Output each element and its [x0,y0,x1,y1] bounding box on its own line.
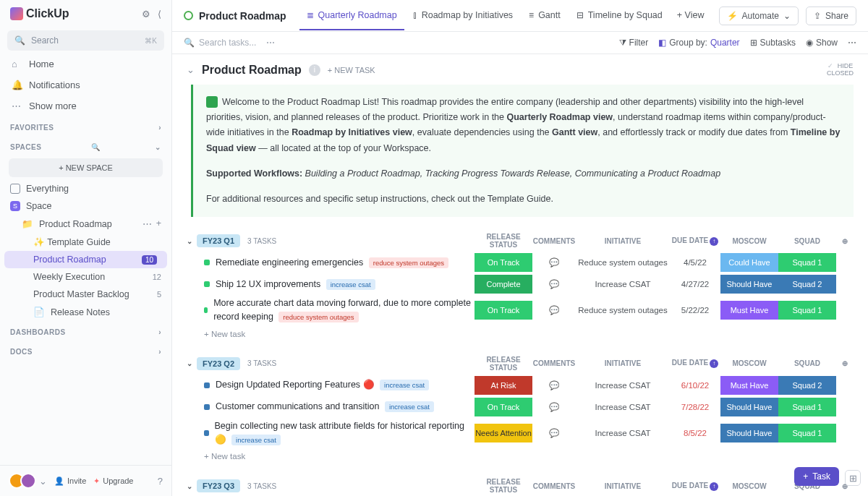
status-dot[interactable] [204,382,210,388]
info-icon[interactable]: i [309,64,320,76]
col-release[interactable]: RELEASE STATUS [475,478,532,494]
due-date-cell[interactable]: 5/22/22 [670,306,720,315]
col-due[interactable]: DUE DATE↑ [670,236,720,246]
col-moscow[interactable]: MOSCOW [720,237,778,245]
tree-release-notes[interactable]: 📄Release Notes [0,303,171,321]
task-tag[interactable]: reduce system outages [369,257,448,268]
share-button[interactable]: ⇪Share [806,7,856,25]
moscow-cell[interactable]: Should Have [720,398,778,416]
settings-icon[interactable]: ⚙ [142,9,150,20]
brand-logo[interactable]: ClickUp [10,7,69,20]
add-icon[interactable]: + [156,218,161,229]
collapse-icon[interactable]: ⌄ [187,64,195,75]
moscow-cell[interactable]: Should Have [720,275,778,294]
invite-link[interactable]: 👤Invite [54,476,86,486]
group-name-pill[interactable]: FY23 Q1 [197,234,240,247]
nav-home[interactable]: ⌂Home [0,54,171,74]
task-row[interactable]: Design Updated Reporting Features 🔴 incr… [187,375,854,396]
task-tag[interactable]: increase csat [231,435,281,445]
group-by-button[interactable]: ◧Group by: Quarter [658,38,739,48]
task-tag[interactable]: increase csat [326,279,375,290]
nav-notifications[interactable]: 🔔Notifications [0,74,171,95]
release-status-cell[interactable]: On Track [475,301,532,320]
release-status-cell[interactable]: On Track [475,253,532,272]
col-initiative[interactable]: INITIATIVE [576,482,670,490]
task-name[interactable]: Customer communications and transition i… [216,400,434,414]
view-tab-quarterly-roadmap[interactable]: ≣Quarterly Roadmap [299,1,404,30]
view-tab-gantt[interactable]: ≡Gantt [522,1,568,30]
task-tag[interactable]: reduce system outages [278,312,358,322]
status-dot[interactable] [204,307,208,313]
status-dot[interactable] [204,404,210,410]
squad-cell[interactable]: Squad 1 [778,398,836,416]
list-title[interactable]: Product Roadmap [202,64,302,77]
new-task-row[interactable]: + New task [187,325,854,343]
due-date-cell[interactable]: 6/10/22 [670,381,720,390]
task-tag[interactable]: increase csat [380,380,429,390]
subtasks-button[interactable]: ⊞Subtasks [750,38,796,48]
initiative-cell[interactable]: Increase CSAT [576,403,670,411]
task-row[interactable]: Ship 12 UX improvements increase csat Co… [187,273,854,295]
chevron-down-icon[interactable]: ⌄ [187,359,192,367]
release-status-cell[interactable]: Complete [475,275,532,294]
col-moscow[interactable]: MOSCOW [720,482,778,490]
docs-header[interactable]: DOCS› [0,341,171,360]
avatar-stack[interactable] [9,473,32,489]
col-initiative[interactable]: INITIATIVE [576,237,670,245]
tree-weekly-execution[interactable]: Weekly Execution12 [0,268,171,286]
task-name[interactable]: Ship 12 UX improvements increase csat [216,278,375,291]
new-space-button[interactable]: + NEW SPACE [9,158,163,177]
help-icon[interactable]: ? [158,476,163,487]
squad-cell[interactable]: Squad 1 [778,424,836,442]
view-tab-timeline-by-squad[interactable]: ⊟Timeline by Squad [569,1,670,30]
search-icon[interactable]: 🔍 [91,143,101,151]
view-tab-roadmap-by-initiatives[interactable]: ⫿Roadmap by Initiatives [406,1,520,30]
task-row[interactable]: More accurate chart data moving forward,… [187,295,854,325]
automate-button[interactable]: ⚡Automate⌄ [719,7,799,25]
breadcrumb[interactable]: Product Roadmap [184,10,286,22]
new-task-fab[interactable]: +Task [794,467,839,486]
due-date-cell[interactable]: 8/5/22 [670,429,720,437]
col-initiative[interactable]: INITIATIVE [576,359,670,367]
collapse-sidebar-icon[interactable]: ⟨ [158,9,161,20]
col-due[interactable]: DUE DATE↑ [670,359,720,368]
due-date-cell[interactable]: 4/5/22 [670,258,720,267]
comments-cell[interactable]: 💬 [532,402,576,412]
col-comments[interactable]: COMMENTS [532,359,576,367]
col-due[interactable]: DUE DATE↑ [670,482,720,491]
release-status-cell[interactable]: At Risk [475,376,532,395]
tree-everything[interactable]: Everything [0,180,171,197]
comments-cell[interactable]: 💬 [532,279,576,289]
more-icon[interactable]: ⋯ [142,218,152,229]
release-status-cell[interactable]: Needs Attention [475,424,532,442]
chevron-down-icon[interactable]: ⌄ [187,482,192,490]
task-row[interactable]: Begin collecting new task attribute fiel… [187,418,854,448]
tree-product-master-backlog[interactable]: Product Master Backlog5 [0,286,171,303]
status-dot[interactable] [204,260,210,265]
col-release[interactable]: RELEASE STATUS [475,356,532,372]
task-name[interactable]: Remediate engineering emergencies reduce… [216,256,448,270]
initiative-cell[interactable]: Increase CSAT [576,429,670,437]
nav-show-more[interactable]: ⋯Show more [0,95,171,116]
squad-cell[interactable]: Squad 1 [778,253,836,272]
dashboards-header[interactable]: DASHBOARDS› [0,321,171,341]
comments-cell[interactable]: 💬 [532,380,576,390]
squad-cell[interactable]: Squad 2 [778,376,836,395]
moscow-cell[interactable]: Should Have [720,424,778,442]
status-dot[interactable] [204,281,210,287]
comments-cell[interactable]: 💬 [532,257,576,268]
col-squad[interactable]: SQUAD [778,237,836,245]
add-view-button[interactable]: + View [670,1,712,30]
dropdown-icon[interactable]: ⌄ [39,476,47,487]
squad-cell[interactable]: Squad 2 [778,275,836,294]
chevron-down-icon[interactable]: ⌄ [187,237,192,245]
show-button[interactable]: ◉Show [806,38,838,48]
more-icon[interactable]: ⋯ [848,38,856,48]
hide-closed-toggle[interactable]: ✓HIDE CLOSED [827,63,854,77]
squad-cell[interactable]: Squad 1 [778,301,836,320]
task-name[interactable]: Begin collecting new task attribute fiel… [215,419,475,447]
more-icon[interactable]: ⋯ [266,38,275,48]
favorites-header[interactable]: FAVORITES› [0,116,171,136]
release-status-cell[interactable]: On Track [475,398,532,416]
initiative-cell[interactable]: Reduce system outages [576,306,670,315]
